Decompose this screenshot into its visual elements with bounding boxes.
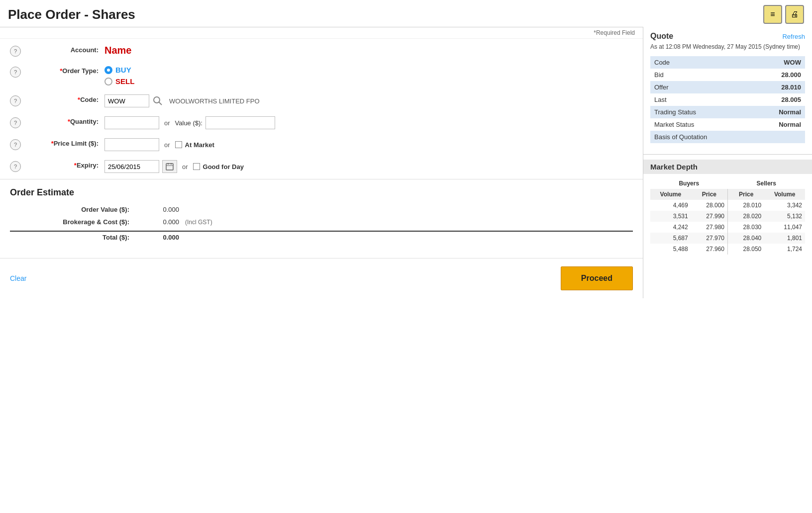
account-label: Account: xyxy=(25,45,104,54)
depth-s-vol: 5,132 xyxy=(764,211,805,222)
depth-s-vol: 3,342 xyxy=(764,200,805,211)
depth-b-price: 27.990 xyxy=(691,211,728,222)
account-help-icon[interactable]: ? xyxy=(10,46,21,57)
order-value: 0.000 xyxy=(139,206,179,213)
good-for-day-label: Good for Day xyxy=(203,163,244,171)
depth-s-price: 28.050 xyxy=(727,244,764,255)
proceed-button[interactable]: Proceed xyxy=(561,266,633,290)
quote-row-value: Normal xyxy=(754,106,805,118)
total-label: Total ($): xyxy=(10,234,139,241)
order-type-label: *Order Type: xyxy=(25,66,104,75)
value-input[interactable] xyxy=(205,116,275,129)
expiry-help-icon[interactable]: ? xyxy=(10,161,21,172)
depth-b-vol: 4,242 xyxy=(650,222,691,233)
quote-row-value xyxy=(754,131,805,143)
print-icon: 🖨 xyxy=(791,10,799,19)
expiry-label: *Expiry: xyxy=(25,160,104,169)
quote-timestamp: As at 12:08 PM Wednesday, 27 May 2015 (S… xyxy=(650,43,805,51)
quote-row: Trading StatusNormal xyxy=(650,106,805,118)
code-input[interactable] xyxy=(104,94,149,107)
depth-s-price: 28.020 xyxy=(727,211,764,222)
buy-radio-item[interactable]: BUY xyxy=(104,66,134,74)
col-header-b-vol: Volume xyxy=(650,189,691,200)
svg-rect-2 xyxy=(166,164,173,170)
svg-point-0 xyxy=(154,97,160,103)
value-label: Value ($): xyxy=(175,119,203,127)
quote-row-label: Offer xyxy=(650,81,754,93)
depth-b-price: 27.960 xyxy=(691,244,728,255)
price-limit-label: *Price Limit ($): xyxy=(25,138,104,147)
order-type-help-icon[interactable]: ? xyxy=(10,67,21,78)
quantity-input[interactable] xyxy=(104,116,159,129)
col-header-s-vol: Volume xyxy=(764,189,805,200)
buyers-header: Buyers xyxy=(650,178,727,189)
quote-row: Market StatusNormal xyxy=(650,118,805,131)
quote-row-label: Market Status xyxy=(650,118,754,131)
depth-b-vol: 5,687 xyxy=(650,233,691,244)
depth-b-price: 27.970 xyxy=(691,233,728,244)
sellers-header: Sellers xyxy=(727,178,805,189)
quote-table: CodeWOWBid28.000Offer28.010Last28.005Tra… xyxy=(650,56,805,143)
depth-b-price: 28.000 xyxy=(691,200,728,211)
depth-s-vol: 11,047 xyxy=(764,222,805,233)
expiry-or-text: or xyxy=(180,163,190,171)
quote-row: Offer28.010 xyxy=(650,81,805,93)
buy-label: BUY xyxy=(115,66,131,74)
code-help-icon[interactable]: ? xyxy=(10,95,21,106)
refresh-button[interactable]: Refresh xyxy=(782,33,805,40)
quote-row: CodeWOW xyxy=(650,56,805,69)
depth-row: 5,68727.97028.0401,801 xyxy=(650,233,805,244)
clear-button[interactable]: Clear xyxy=(10,274,26,282)
company-name: WOOLWORTHS LIMITED FPO xyxy=(169,97,260,105)
buy-radio[interactable] xyxy=(104,66,112,74)
brokerage-value: 0.000 xyxy=(139,218,179,226)
code-search-button[interactable] xyxy=(152,95,163,106)
quote-row-value: WOW xyxy=(754,56,805,69)
required-field-note: *Required Field xyxy=(0,27,643,39)
quote-row: Last28.005 xyxy=(650,93,805,106)
expiry-input[interactable] xyxy=(104,160,159,173)
depth-b-price: 27.980 xyxy=(691,222,728,233)
price-limit-input[interactable] xyxy=(104,138,159,151)
depth-b-vol: 5,488 xyxy=(650,244,691,255)
list-icon: ≡ xyxy=(770,10,775,19)
depth-s-price: 28.010 xyxy=(727,200,764,211)
sell-radio[interactable] xyxy=(104,78,112,86)
quote-row-label: Basis of Quotation xyxy=(650,131,754,143)
quote-row: Basis of Quotation xyxy=(650,131,805,143)
market-depth-title: Market Depth xyxy=(643,160,812,174)
quote-row-value: 28.010 xyxy=(754,81,805,93)
quote-row-value: Normal xyxy=(754,118,805,131)
brokerage-note: (Incl GST) xyxy=(185,219,212,226)
brokerage-label: Brokerage & Cost ($): xyxy=(10,218,139,226)
calendar-button[interactable] xyxy=(162,160,177,173)
sell-radio-item[interactable]: SELL xyxy=(104,77,134,86)
print-icon-button[interactable]: 🖨 xyxy=(785,5,804,24)
col-header-s-price: Price xyxy=(727,189,764,200)
depth-row: 4,24227.98028.03011,047 xyxy=(650,222,805,233)
good-for-day-checkbox[interactable] xyxy=(193,163,200,170)
page-title: Place Order - Shares xyxy=(8,7,135,22)
at-market-checkbox[interactable] xyxy=(175,141,182,148)
depth-row: 3,53127.99028.0205,132 xyxy=(650,211,805,222)
quote-row: Bid28.000 xyxy=(650,69,805,81)
quote-row-label: Trading Status xyxy=(650,106,754,118)
quote-row-value: 28.000 xyxy=(754,69,805,81)
depth-b-vol: 4,469 xyxy=(650,200,691,211)
quantity-or-text: or xyxy=(162,119,172,127)
svg-line-1 xyxy=(159,102,162,105)
sell-label: SELL xyxy=(115,77,134,86)
col-header-b-price: Price xyxy=(691,189,728,200)
total-value: 0.000 xyxy=(139,234,179,241)
list-icon-button[interactable]: ≡ xyxy=(763,5,782,24)
order-estimate-heading: Order Estimate xyxy=(10,187,633,198)
order-value-label: Order Value ($): xyxy=(10,206,139,213)
price-help-icon[interactable]: ? xyxy=(10,139,21,150)
search-icon xyxy=(152,95,163,106)
calendar-icon xyxy=(166,163,174,171)
price-or-text: or xyxy=(162,141,172,149)
quantity-label: *Quantity: xyxy=(25,116,104,125)
depth-row: 4,46928.00028.0103,342 xyxy=(650,200,805,211)
depth-row: 5,48827.96028.0501,724 xyxy=(650,244,805,255)
quantity-help-icon[interactable]: ? xyxy=(10,117,21,128)
